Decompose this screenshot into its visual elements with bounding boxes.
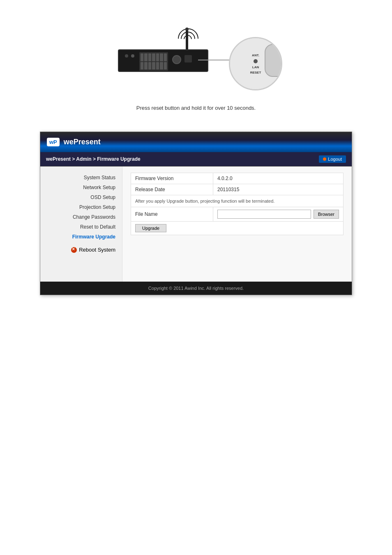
- logo-brand: wePresent: [64, 138, 101, 146]
- upgrade-notice-row: After you apply Upgrade button, projecti…: [131, 195, 344, 207]
- main-panel: Firmware Version 4.0.2.0 Release Date 20…: [122, 166, 352, 282]
- file-name-row: File Name Browser: [131, 207, 344, 222]
- sidebar-reboot[interactable]: Reboot System: [40, 242, 122, 255]
- firmware-version-label: Firmware Version: [131, 173, 213, 184]
- ant-label: ANT.: [252, 53, 259, 57]
- logo-box: wP: [47, 138, 60, 146]
- sidebar-item-firmware-upgrade[interactable]: Firmware Upgrade: [40, 232, 122, 242]
- grid-cell: [141, 62, 143, 70]
- grid-cell: [144, 53, 147, 61]
- web-interface: wP wePresent wePresent > Admin > Firmwar…: [40, 132, 352, 295]
- grid-cell: [144, 62, 147, 70]
- file-name-input-cell: Browser: [213, 207, 344, 222]
- upgrade-btn-row: Upgrade: [131, 222, 344, 235]
- logout-dot-icon: [323, 157, 326, 161]
- file-name-cell: Browser: [217, 210, 339, 219]
- zoom-detail: ANT. LAN RESET: [229, 37, 282, 90]
- grid-cell: [141, 53, 143, 61]
- logo-wp: wP: [49, 139, 57, 145]
- grid-cell: [152, 62, 155, 70]
- web-header: wP wePresent: [40, 132, 352, 152]
- web-footer: Copyright © 2011 Awind Inc. All rights r…: [40, 282, 352, 295]
- zoom-dot: [254, 59, 258, 63]
- reboot-label: Reboot System: [79, 247, 115, 253]
- grid-cell: [156, 62, 159, 70]
- reboot-icon: [71, 247, 77, 253]
- grid-cell: [148, 53, 151, 61]
- upgrade-btn-cell: Upgrade: [131, 222, 344, 235]
- connector-line: [198, 60, 231, 60]
- router-antenna: [186, 29, 188, 51]
- sidebar-item-change-passwords[interactable]: Change Passwords: [40, 212, 122, 222]
- release-date-label: Release Date: [131, 184, 213, 195]
- grid-cell: [152, 53, 155, 61]
- sidebar: System Status Network Setup OSD Setup Pr…: [40, 166, 122, 282]
- sidebar-item-projection-setup[interactable]: Projection Setup: [40, 202, 122, 212]
- sidebar-item-system-status[interactable]: System Status: [40, 173, 122, 183]
- grid-cell: [156, 53, 159, 61]
- release-date-row: Release Date 20110315: [131, 184, 344, 195]
- router-led1: [125, 54, 128, 58]
- device-illustration: ANT. LAN RESET: [110, 16, 282, 99]
- file-name-label: File Name: [131, 207, 213, 222]
- firmware-version-value: 4.0.2.0: [213, 173, 344, 184]
- file-name-input[interactable]: [217, 210, 311, 219]
- browser-button[interactable]: Browser: [314, 210, 339, 219]
- router-led2: [131, 54, 134, 58]
- router-port: [184, 55, 192, 62]
- bottom-spacing: [0, 303, 392, 427]
- grid-cell: [148, 62, 151, 70]
- sidebar-item-osd-setup[interactable]: OSD Setup: [40, 192, 122, 202]
- breadcrumb: wePresent > Admin > Firmware Upgrade: [46, 156, 141, 162]
- reset-caption: Press reset button and hold it for over …: [136, 105, 256, 111]
- reset-button-shape: [265, 44, 282, 77]
- sidebar-item-network-setup[interactable]: Network Setup: [40, 183, 122, 192]
- firmware-version-row: Firmware Version 4.0.2.0: [131, 173, 344, 184]
- reset-label: RESET: [250, 71, 261, 74]
- firmware-info-table: Firmware Version 4.0.2.0 Release Date 20…: [131, 173, 344, 235]
- grid-cell: [160, 62, 163, 70]
- grid-cell: [164, 62, 167, 70]
- logout-button[interactable]: Logout: [319, 155, 346, 163]
- lan-label: LAN: [252, 65, 259, 69]
- release-date-value: 20110315: [213, 184, 344, 195]
- web-content: System Status Network Setup OSD Setup Pr…: [40, 166, 352, 282]
- top-illustration-section: ANT. LAN RESET Press reset button and ho…: [0, 0, 392, 123]
- router-grid: [139, 52, 168, 71]
- logout-label: Logout: [328, 157, 342, 162]
- grid-cell: [164, 53, 167, 61]
- grid-cell: [160, 53, 163, 61]
- upgrade-notice: After you apply Upgrade button, projecti…: [131, 195, 344, 207]
- upgrade-button[interactable]: Upgrade: [135, 224, 166, 232]
- breadcrumb-bar: wePresent > Admin > Firmware Upgrade Log…: [40, 152, 352, 166]
- router-body: [118, 49, 208, 72]
- sidebar-item-reset-to-default[interactable]: Reset to Default: [40, 222, 122, 232]
- router-circle: [172, 55, 181, 64]
- copyright-text: Copyright © 2011 Awind Inc. All rights r…: [148, 286, 244, 291]
